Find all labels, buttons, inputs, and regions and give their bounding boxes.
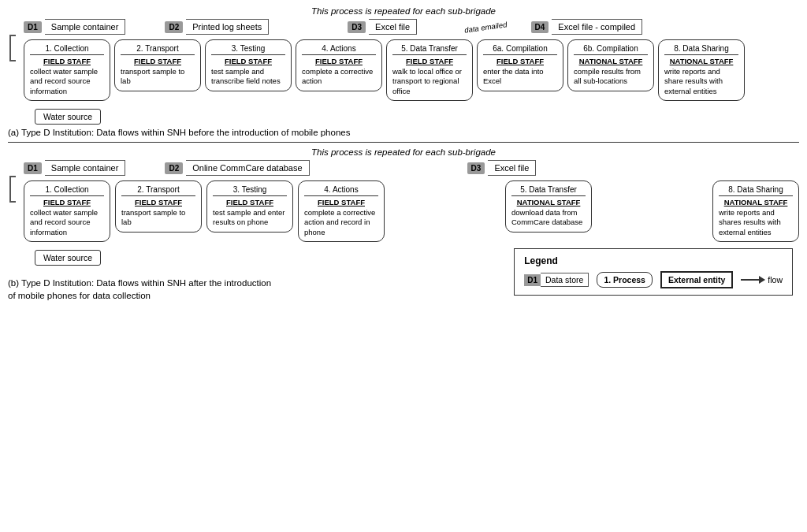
process-1-a-title: 1. Collection	[30, 44, 104, 55]
process-8-b-desc: write reports and shares results with ex…	[719, 208, 793, 237]
part-a-processes: 1. Collection FIELD STAFF collect water …	[8, 39, 799, 101]
ds-id-d3-a: D3	[348, 21, 366, 33]
process-6a-a-desc: enter the data into Excel	[483, 67, 557, 87]
legend-data-store-item: D1 Data store	[524, 273, 589, 287]
data-store-d2-a: D2 Printed log sheets	[165, 19, 269, 35]
process-2-b: 2. Transport FIELD STAFF transport sampl…	[115, 180, 202, 233]
process-3-a-desc: test sample and transcribe field notes	[211, 67, 285, 87]
process-1-b: 1. Collection FIELD STAFF collect water …	[24, 180, 110, 242]
process-6b-a-title: 6b. Compilation	[574, 44, 648, 55]
ds-id-d1-a: D1	[24, 21, 42, 33]
process-4-b-desc: complete a corrective action and record …	[304, 208, 378, 237]
process-2-b-role: FIELD STAFF	[121, 198, 195, 206]
legend-process-box: 1. Process	[597, 272, 653, 288]
legend-process-item: 1. Process	[597, 272, 653, 288]
legend-box: Legend D1 Data store 1. Process	[514, 248, 793, 296]
part-b-data-stores: D1 Sample container D2 Online CommCare d…	[8, 160, 799, 176]
legend-row: D1 Data store 1. Process External entity	[524, 271, 783, 288]
process-1-a-desc: collect water sample and record source i…	[30, 67, 104, 96]
section-label-a: (a) Type D Institution: Data flows withi…	[8, 128, 799, 137]
process-3-b-title: 3. Testing	[213, 185, 287, 196]
process-2-a: 2. Transport FIELD STAFF transport sampl…	[114, 39, 201, 91]
process-2-a-desc: transport sample to lab	[121, 67, 195, 87]
process-8-b-role: NATIONAL STAFF	[719, 198, 793, 206]
process-3-b-desc: test sample and enter results on phone	[213, 208, 287, 228]
ds-id-d1-b: D1	[24, 162, 42, 174]
process-3-a-role: FIELD STAFF	[211, 57, 285, 65]
process-6a-a-title: 6a. Compilation	[483, 44, 557, 55]
ds-label-d2-b: Online CommCare database	[186, 160, 309, 176]
ds-label-d1-a: Sample container	[45, 19, 126, 35]
part-a-repeated-label: This process is repeated for each sub-br…	[8, 6, 799, 16]
ds-label-d1-b: Sample container	[45, 160, 126, 176]
legend-external-item: External entity	[660, 271, 733, 288]
process-1-b-title: 1. Collection	[30, 185, 104, 196]
process-5-a-desc: walk to local office or transport to reg…	[392, 67, 467, 96]
water-source-a: Water source	[35, 109, 101, 125]
process-4-b-title: 4. Actions	[304, 185, 378, 196]
data-store-d1-b: D1 Sample container	[24, 160, 125, 176]
process-2-b-desc: transport sample to lab	[121, 208, 195, 228]
water-source-b: Water source	[35, 250, 101, 266]
process-6b-a-desc: compile results from all sub-locations	[574, 67, 648, 87]
process-8-a-role: NATIONAL STAFF	[664, 57, 738, 65]
process-2-a-role: FIELD STAFF	[121, 57, 195, 65]
legend-ds-id: D1	[524, 274, 541, 286]
data-store-d4-a: D4 Excel file - compiled	[531, 19, 643, 35]
legend-data-store: D1 Data store	[524, 273, 589, 287]
process-6b-a-role: NATIONAL STAFF	[574, 57, 648, 65]
process-1-b-role: FIELD STAFF	[30, 198, 104, 206]
process-5-b-title: 5. Data Transfer	[511, 185, 586, 196]
data-store-d3-a: D3 Excel file	[348, 19, 417, 35]
process-4-a: 4. Actions FIELD STAFF complete a correc…	[296, 39, 382, 91]
process-8-a: 8. Data Sharing NATIONAL STAFF write rep…	[658, 39, 745, 101]
process-5-a: 5. Data Transfer FIELD STAFF walk to loc…	[386, 39, 473, 101]
process-4-a-desc: complete a corrective action	[302, 67, 376, 87]
legend-flow-label: flow	[768, 275, 783, 285]
process-6b-a: 6b. Compilation NATIONAL STAFF compile r…	[567, 39, 654, 91]
process-2-b-title: 2. Transport	[121, 185, 195, 196]
process-8-a-title: 8. Data Sharing	[664, 44, 738, 55]
process-6a-a-role: FIELD STAFF	[483, 57, 557, 65]
legend-ds-label: Data store	[541, 273, 589, 287]
main-container: This process is repeated for each sub-br…	[0, 0, 807, 314]
section-divider	[8, 142, 799, 143]
legend-flow-arrow	[741, 279, 764, 281]
process-5-b-role: NATIONAL STAFF	[511, 198, 586, 206]
data-store-d3-b: D3 Excel file	[467, 160, 537, 176]
legend-external-box: External entity	[660, 271, 733, 288]
data-store-d2-b: D2 Online CommCare database	[165, 160, 309, 176]
data-store-d1-a: D1 Sample container	[24, 19, 125, 35]
process-1-a-role: FIELD STAFF	[30, 57, 104, 65]
process-1-a: 1. Collection FIELD STAFF collect water …	[24, 39, 110, 101]
process-8-b: 8. Data Sharing NATIONAL STAFF write rep…	[712, 180, 799, 242]
part-b-diagram: This process is repeated for each sub-br…	[8, 147, 799, 302]
process-4-a-title: 4. Actions	[302, 44, 376, 55]
legend-flow-item: flow	[741, 275, 783, 285]
process-3-b-role: FIELD STAFF	[213, 198, 287, 206]
process-4-b-role: FIELD STAFF	[304, 198, 378, 206]
ds-label-d3-a: Excel file	[369, 19, 417, 35]
process-2-a-title: 2. Transport	[121, 44, 195, 55]
ds-id-d4-a: D4	[531, 21, 549, 33]
ds-id-d3-b: D3	[467, 162, 485, 174]
process-3-b: 3. Testing FIELD STAFF test sample and e…	[206, 180, 293, 233]
part-b-repeated-label: This process is repeated for each sub-br…	[8, 147, 799, 157]
process-5-a-role: FIELD STAFF	[392, 57, 467, 65]
process-8-a-desc: write reports and share results with ext…	[664, 67, 738, 96]
ds-id-d2-a: D2	[165, 21, 183, 33]
part-a-data-stores: D1 Sample container D2 Printed log sheet…	[8, 19, 799, 35]
process-4-a-role: FIELD STAFF	[302, 57, 376, 65]
process-5-b: 5. Data Transfer NATIONAL STAFF download…	[505, 180, 592, 233]
ds-label-d3-b: Excel file	[488, 160, 536, 176]
process-5-b-desc: download data from CommCare database	[511, 208, 586, 228]
process-3-a-title: 3. Testing	[211, 44, 285, 55]
process-5-a-title: 5. Data Transfer	[392, 44, 467, 55]
section-label-b: (b) Type D Institution: Data flows withi…	[8, 277, 276, 302]
process-1-b-desc: collect water sample and record source i…	[30, 208, 104, 237]
part-b-processes: 1. Collection FIELD STAFF collect water …	[8, 180, 799, 242]
process-3-a: 3. Testing FIELD STAFF test sample and t…	[205, 39, 292, 91]
ds-id-d2-b: D2	[165, 162, 183, 174]
legend-title: Legend	[524, 255, 783, 266]
process-6a-a: 6a. Compilation FIELD STAFF enter the da…	[477, 39, 563, 91]
